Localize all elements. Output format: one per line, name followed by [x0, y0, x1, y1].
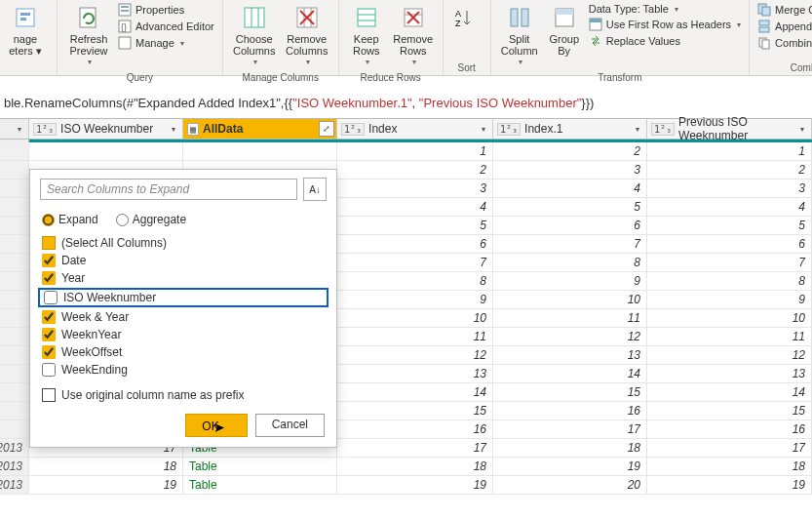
group-label: Reduce Rows: [345, 72, 437, 83]
datatype-number-icon: 1²₃: [33, 123, 57, 136]
svg-rect-5: [121, 6, 129, 8]
column-label: Previous ISO Weeknumber: [678, 115, 807, 142]
column-checkbox-iso-weeknumber[interactable]: ISO Weeknumber: [38, 288, 329, 307]
svg-rect-6: [121, 10, 129, 12]
label: Append Queries: [775, 20, 812, 32]
label: nageeters ▾: [9, 33, 42, 57]
group-label: Transform: [497, 72, 743, 83]
column-label: Index.1: [524, 122, 642, 136]
parameters-icon: [12, 4, 39, 31]
replace-icon: [589, 34, 602, 48]
keep-rows-icon: [353, 4, 380, 31]
filter-dropdown[interactable]: ▾: [795, 122, 809, 136]
label: Use First Row as Headers: [606, 19, 731, 30]
expand-column-button[interactable]: ⤢: [319, 121, 334, 137]
advanced-editor-button[interactable]: {} Advanced Editor: [116, 19, 216, 34]
label: RemoveRows: [393, 33, 433, 57]
append-queries-button[interactable]: Append Queries▾: [755, 19, 812, 34]
filter-dropdown[interactable]: ▾: [13, 122, 26, 136]
filter-dropdown[interactable]: ▾: [477, 122, 490, 136]
svg-rect-9: [119, 37, 131, 49]
column-label: AllData: [203, 122, 332, 136]
remove-columns-button[interactable]: RemoveColumns▾: [282, 2, 332, 70]
search-columns-input[interactable]: Search Columns to Expand: [40, 179, 297, 200]
ok-button[interactable]: OK➤: [185, 414, 247, 437]
aggregate-radio[interactable]: Aggregate: [116, 213, 186, 226]
first-row-headers-button[interactable]: Use First Row as Headers▾: [587, 17, 743, 32]
svg-rect-30: [556, 9, 573, 15]
table-header-row: ▾ 1²₃ ISO Weeknumber ▾ ▦ AllData ⤢ 1²₃ I…: [0, 118, 812, 140]
manage-button[interactable]: Manage▾: [116, 35, 216, 51]
refresh-preview-button[interactable]: RefreshPreview ▾: [63, 2, 114, 70]
column-checkbox-year[interactable]: Year: [42, 269, 325, 287]
manage-parameters-button[interactable]: nageeters ▾: [0, 2, 51, 59]
split-column-button[interactable]: SplitColumn▾: [497, 2, 542, 70]
svg-rect-32: [590, 19, 601, 22]
column-header-prev-iso[interactable]: 1²₃ Previous ISO Weeknumber ▾: [647, 119, 812, 139]
svg-rect-27: [511, 9, 518, 26]
remove-columns-icon: [293, 4, 321, 31]
choose-columns-icon: [241, 4, 268, 31]
select-all-columns-checkbox[interactable]: (Select All Columns): [42, 234, 325, 252]
remove-rows-button[interactable]: RemoveRows▾: [390, 2, 437, 70]
expand-radio[interactable]: Expand: [42, 213, 98, 226]
formula-text: ble.RenameColumns(#"Expanded Added Index…: [4, 96, 594, 110]
replace-values-button[interactable]: Replace Values: [587, 33, 743, 49]
column-header-iso-weeknumber[interactable]: 1²₃ ISO Weeknumber ▾: [29, 119, 183, 139]
column-header-index1[interactable]: 1²₃ Index.1 ▾: [493, 119, 647, 139]
label: Replace Values: [606, 35, 680, 47]
sort-asc-icon: AZ: [450, 4, 478, 31]
svg-rect-36: [759, 27, 769, 32]
row-header-corner[interactable]: ▾: [0, 119, 29, 139]
datatype-number-icon: 1²₃: [341, 123, 365, 136]
table-row[interactable]: 12/201319Table192019: [0, 476, 812, 495]
advanced-editor-icon: {}: [118, 20, 132, 33]
column-checkbox-weekending[interactable]: WeekEnding: [42, 361, 325, 379]
group-label: Manage Columns: [229, 72, 332, 83]
column-header-alldata[interactable]: ▦ AllData ⤢: [183, 119, 337, 139]
label: Advanced Editor: [135, 20, 214, 32]
column-header-index[interactable]: 1²₃ Index ▾: [337, 119, 493, 139]
merge-queries-button[interactable]: Merge Queries▾: [755, 2, 812, 18]
cancel-button[interactable]: Cancel: [255, 414, 325, 437]
combine-files-button[interactable]: Combine Files: [755, 35, 812, 51]
svg-rect-18: [358, 9, 375, 26]
svg-rect-28: [522, 9, 528, 26]
label: SplitColumn: [501, 33, 538, 57]
manage-icon: [118, 36, 132, 50]
properties-button[interactable]: Properties: [116, 2, 216, 18]
use-prefix-checkbox[interactable]: [42, 388, 56, 402]
label: RemoveColumns: [286, 33, 328, 57]
label: Manage: [135, 37, 174, 49]
column-label: Index: [368, 122, 488, 136]
remove-rows-icon: [400, 4, 427, 31]
choose-columns-button[interactable]: ChooseColumns▾: [229, 2, 280, 70]
combine-files-icon: [757, 36, 771, 50]
column-checkbox-date[interactable]: Date: [42, 252, 325, 269]
group-by-button[interactable]: GroupBy: [544, 2, 585, 59]
column-checkbox-weeknyear[interactable]: WeeknYear: [42, 326, 325, 343]
column-checkbox-weekoffset[interactable]: WeekOffset: [42, 343, 325, 361]
column-checkbox-week-year[interactable]: Week & Year: [42, 308, 325, 326]
sort-asc-button[interactable]: AZ: [449, 2, 479, 35]
keep-rows-button[interactable]: KeepRows▾: [345, 2, 388, 70]
datatype-number-icon: 1²₃: [651, 123, 675, 136]
sort-columns-button[interactable]: A↓: [303, 178, 327, 201]
group-label: Sort: [449, 62, 484, 73]
data-type-button[interactable]: Data Type: Table▾: [587, 2, 743, 16]
label: KeepRows: [353, 33, 380, 57]
filter-dropdown[interactable]: ▾: [167, 122, 180, 136]
append-icon: [757, 20, 771, 33]
headers-icon: [589, 18, 602, 31]
group-by-icon: [551, 4, 578, 31]
filter-dropdown[interactable]: ▾: [631, 122, 644, 136]
label: ChooseColumns: [233, 33, 275, 57]
table-row[interactable]: 5/201318Table181918: [0, 458, 812, 476]
table-row[interactable]: 121: [0, 142, 812, 161]
group-label: Combine: [755, 62, 812, 73]
label: GroupBy: [549, 33, 579, 57]
svg-rect-2: [20, 18, 26, 20]
svg-rect-35: [759, 20, 769, 25]
column-label: ISO Weeknumber: [60, 122, 178, 136]
properties-icon: [118, 3, 132, 17]
